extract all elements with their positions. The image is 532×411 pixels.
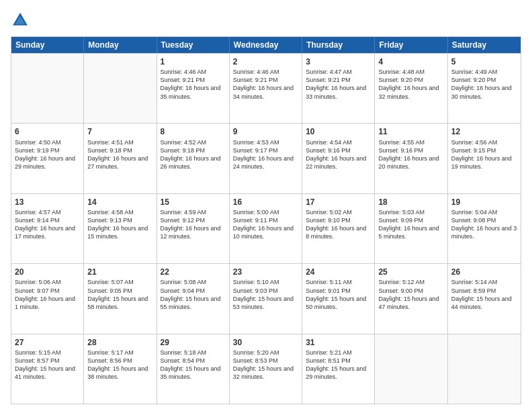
- cal-header-wednesday: Wednesday: [230, 37, 302, 53]
- day-number: 25: [378, 267, 443, 277]
- sun-info: Sunrise: 5:06 AMSunset: 9:07 PMDaylight:…: [15, 278, 80, 311]
- sun-info: Sunrise: 4:52 AMSunset: 9:18 PMDaylight:…: [161, 138, 226, 171]
- sun-info: Sunrise: 5:21 AMSunset: 8:51 PMDaylight:…: [306, 349, 371, 381]
- day-number: 26: [451, 267, 517, 277]
- calendar-header-row: SundayMondayTuesdayWednesdayThursdayFrid…: [11, 37, 521, 53]
- logo: [11, 11, 32, 30]
- day-number: 18: [378, 197, 443, 208]
- day-number: 8: [161, 126, 226, 137]
- sun-info: Sunrise: 4:51 AMSunset: 9:18 PMDaylight:…: [87, 138, 152, 171]
- day-number: 15: [161, 197, 226, 208]
- day-number: 30: [233, 337, 298, 348]
- sun-info: Sunrise: 5:18 AMSunset: 8:54 PMDaylight:…: [161, 349, 226, 381]
- cal-cell: 24Sunrise: 5:11 AMSunset: 9:01 PMDayligh…: [302, 264, 375, 333]
- sun-info: Sunrise: 5:12 AMSunset: 9:00 PMDaylight:…: [378, 278, 443, 311]
- cal-cell: 20Sunrise: 5:06 AMSunset: 9:07 PMDayligh…: [11, 264, 84, 333]
- cal-cell: 21Sunrise: 5:07 AMSunset: 9:05 PMDayligh…: [84, 264, 157, 333]
- header: [11, 11, 521, 30]
- day-number: 1: [161, 56, 226, 67]
- day-number: 6: [15, 126, 80, 137]
- cal-week-4: 20Sunrise: 5:06 AMSunset: 9:07 PMDayligh…: [11, 263, 521, 333]
- sun-info: Sunrise: 5:07 AMSunset: 9:05 PMDaylight:…: [87, 278, 152, 311]
- cal-cell: 2Sunrise: 4:46 AMSunset: 9:21 PMDaylight…: [230, 54, 302, 123]
- sun-info: Sunrise: 4:46 AMSunset: 9:21 PMDaylight:…: [161, 68, 226, 101]
- cal-cell: 29Sunrise: 5:18 AMSunset: 8:54 PMDayligh…: [157, 334, 230, 404]
- sun-info: Sunrise: 4:48 AMSunset: 9:20 PMDaylight:…: [378, 68, 443, 101]
- cal-cell: 3Sunrise: 4:47 AMSunset: 9:21 PMDaylight…: [302, 54, 375, 123]
- page: SundayMondayTuesdayWednesdayThursdayFrid…: [0, 0, 532, 411]
- sun-info: Sunrise: 5:17 AMSunset: 8:56 PMDaylight:…: [87, 349, 152, 381]
- day-number: 27: [15, 337, 80, 348]
- cal-cell: 1Sunrise: 4:46 AMSunset: 9:21 PMDaylight…: [157, 54, 230, 123]
- day-number: 19: [451, 197, 517, 208]
- cal-cell: 30Sunrise: 5:20 AMSunset: 8:53 PMDayligh…: [230, 334, 302, 404]
- cal-cell: 28Sunrise: 5:17 AMSunset: 8:56 PMDayligh…: [84, 334, 157, 404]
- day-number: 13: [15, 197, 80, 208]
- sun-info: Sunrise: 4:57 AMSunset: 9:14 PMDaylight:…: [15, 208, 80, 241]
- day-number: 7: [87, 126, 152, 137]
- sun-info: Sunrise: 5:04 AMSunset: 9:08 PMDaylight:…: [451, 208, 517, 241]
- cal-week-5: 27Sunrise: 5:15 AMSunset: 8:57 PMDayligh…: [11, 334, 521, 404]
- sun-info: Sunrise: 5:00 AMSunset: 9:11 PMDaylight:…: [233, 208, 298, 241]
- cal-header-tuesday: Tuesday: [157, 37, 230, 53]
- day-number: 23: [233, 267, 298, 277]
- cal-cell: 4Sunrise: 4:48 AMSunset: 9:20 PMDaylight…: [375, 54, 447, 123]
- cal-cell: [448, 334, 521, 404]
- cal-cell: 10Sunrise: 4:54 AMSunset: 9:16 PMDayligh…: [302, 124, 375, 193]
- sun-info: Sunrise: 5:14 AMSunset: 8:59 PMDaylight:…: [451, 278, 517, 311]
- sun-info: Sunrise: 5:15 AMSunset: 8:57 PMDaylight:…: [15, 349, 80, 381]
- day-number: 21: [87, 267, 152, 277]
- sun-info: Sunrise: 4:56 AMSunset: 9:15 PMDaylight:…: [451, 138, 517, 171]
- sun-info: Sunrise: 5:02 AMSunset: 9:10 PMDaylight:…: [306, 208, 371, 241]
- cal-header-saturday: Saturday: [448, 37, 521, 53]
- cal-week-2: 6Sunrise: 4:50 AMSunset: 9:19 PMDaylight…: [11, 123, 521, 193]
- cal-cell: 25Sunrise: 5:12 AMSunset: 9:00 PMDayligh…: [375, 264, 447, 333]
- cal-cell: 26Sunrise: 5:14 AMSunset: 8:59 PMDayligh…: [448, 264, 521, 333]
- cal-cell: 16Sunrise: 5:00 AMSunset: 9:11 PMDayligh…: [230, 194, 302, 263]
- cal-cell: 15Sunrise: 4:59 AMSunset: 9:12 PMDayligh…: [157, 194, 230, 263]
- cal-cell: 12Sunrise: 4:56 AMSunset: 9:15 PMDayligh…: [448, 124, 521, 193]
- cal-cell: 5Sunrise: 4:49 AMSunset: 9:20 PMDaylight…: [448, 54, 521, 123]
- day-number: 20: [15, 267, 80, 277]
- sun-info: Sunrise: 5:08 AMSunset: 9:04 PMDaylight:…: [161, 278, 226, 311]
- day-number: 17: [306, 197, 371, 208]
- sun-info: Sunrise: 5:11 AMSunset: 9:01 PMDaylight:…: [306, 278, 371, 311]
- sun-info: Sunrise: 5:10 AMSunset: 9:03 PMDaylight:…: [233, 278, 298, 311]
- cal-cell: 23Sunrise: 5:10 AMSunset: 9:03 PMDayligh…: [230, 264, 302, 333]
- cal-cell: 6Sunrise: 4:50 AMSunset: 9:19 PMDaylight…: [11, 124, 84, 193]
- cal-cell: [84, 54, 157, 123]
- sun-info: Sunrise: 5:03 AMSunset: 9:09 PMDaylight:…: [378, 208, 443, 241]
- cal-cell: 7Sunrise: 4:51 AMSunset: 9:18 PMDaylight…: [84, 124, 157, 193]
- cal-week-3: 13Sunrise: 4:57 AMSunset: 9:14 PMDayligh…: [11, 193, 521, 263]
- day-number: 22: [161, 267, 226, 277]
- cal-cell: 11Sunrise: 4:55 AMSunset: 9:16 PMDayligh…: [375, 124, 447, 193]
- cal-cell: [11, 54, 84, 123]
- cal-cell: 14Sunrise: 4:58 AMSunset: 9:13 PMDayligh…: [84, 194, 157, 263]
- day-number: 31: [306, 337, 371, 348]
- cal-week-1: 1Sunrise: 4:46 AMSunset: 9:21 PMDaylight…: [11, 53, 521, 123]
- cal-header-sunday: Sunday: [11, 37, 84, 53]
- day-number: 29: [161, 337, 226, 348]
- day-number: 5: [451, 56, 517, 67]
- cal-cell: [375, 334, 447, 404]
- cal-cell: 31Sunrise: 5:21 AMSunset: 8:51 PMDayligh…: [302, 334, 375, 404]
- logo-icon: [11, 11, 30, 30]
- cal-cell: 9Sunrise: 4:53 AMSunset: 9:17 PMDaylight…: [230, 124, 302, 193]
- sun-info: Sunrise: 4:50 AMSunset: 9:19 PMDaylight:…: [15, 138, 80, 171]
- day-number: 28: [87, 337, 152, 348]
- cal-cell: 27Sunrise: 5:15 AMSunset: 8:57 PMDayligh…: [11, 334, 84, 404]
- day-number: 3: [306, 56, 371, 67]
- day-number: 24: [306, 267, 371, 277]
- cal-cell: 13Sunrise: 4:57 AMSunset: 9:14 PMDayligh…: [11, 194, 84, 263]
- sun-info: Sunrise: 4:59 AMSunset: 9:12 PMDaylight:…: [161, 208, 226, 241]
- cal-header-friday: Friday: [375, 37, 447, 53]
- day-number: 4: [378, 56, 443, 67]
- cal-cell: 22Sunrise: 5:08 AMSunset: 9:04 PMDayligh…: [157, 264, 230, 333]
- calendar-body: 1Sunrise: 4:46 AMSunset: 9:21 PMDaylight…: [11, 53, 521, 404]
- cal-cell: 8Sunrise: 4:52 AMSunset: 9:18 PMDaylight…: [157, 124, 230, 193]
- day-number: 12: [451, 126, 517, 137]
- day-number: 10: [306, 126, 371, 137]
- sun-info: Sunrise: 4:58 AMSunset: 9:13 PMDaylight:…: [87, 208, 152, 241]
- cal-cell: 19Sunrise: 5:04 AMSunset: 9:08 PMDayligh…: [448, 194, 521, 263]
- sun-info: Sunrise: 4:46 AMSunset: 9:21 PMDaylight:…: [233, 68, 298, 101]
